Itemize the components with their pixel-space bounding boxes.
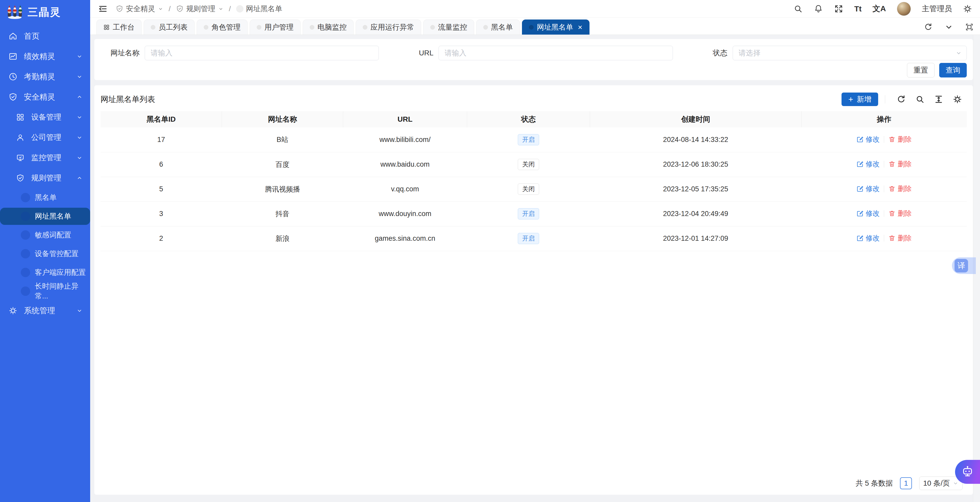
sidebar-item-system-management[interactable]: 系统管理 xyxy=(0,301,90,321)
status-select[interactable] xyxy=(733,46,967,60)
sidebar-item-idle-anomaly[interactable]: 长时间静止异常... xyxy=(0,282,90,301)
shield-icon xyxy=(116,5,123,13)
delete-label: 删除 xyxy=(898,135,912,144)
sidebar-item-monitor-management[interactable]: 监控管理 xyxy=(0,148,90,168)
site-name-input[interactable] xyxy=(145,46,379,60)
refresh-icon[interactable] xyxy=(924,22,933,32)
tab-label: 工作台 xyxy=(113,22,135,32)
placeholder-dot-icon xyxy=(236,5,243,13)
delete-link[interactable]: 删除 xyxy=(888,209,912,218)
sidebar-item-label: 设备管理 xyxy=(31,112,61,123)
translate-fab[interactable]: 译 xyxy=(952,257,976,274)
row-height-icon[interactable] xyxy=(934,95,943,104)
action-divider xyxy=(884,136,884,143)
table-row: 5 腾讯视频播 v.qq.com 关闭 2023-12-05 17:35:25 … xyxy=(100,177,967,201)
sidebar-item-security[interactable]: 安全精灵 xyxy=(0,87,90,107)
edit-link[interactable]: 修改 xyxy=(856,159,880,169)
tab-computer-monitor[interactable]: 电脑监控 xyxy=(303,19,353,35)
placeholder-dot-icon xyxy=(21,230,30,240)
maximize-icon[interactable] xyxy=(965,22,974,32)
breadcrumb-item-rules[interactable]: 规则管理 xyxy=(176,4,224,14)
refresh-icon[interactable] xyxy=(897,95,906,104)
tab-url-blacklist[interactable]: 网址黑名单 × xyxy=(522,19,590,35)
sidebar-item-sensitive-words[interactable]: 敏感词配置 xyxy=(0,226,90,244)
sidebar-item-label: 长时间静止异常... xyxy=(35,281,90,301)
settings-gear-icon[interactable] xyxy=(953,95,962,104)
sidebar-item-device-management[interactable]: 设备管理 xyxy=(0,107,90,127)
column-header: 状态 xyxy=(467,111,590,127)
cell-url: games.sina.com.cn xyxy=(343,226,467,251)
sidebar-item-label: 敏感词配置 xyxy=(35,230,71,240)
fullscreen-icon[interactable] xyxy=(834,4,843,14)
table-header-row: 黑名单ID 网址名称 URL 状态 创建时间 操作 xyxy=(100,111,967,127)
tab-role-management[interactable]: 角色管理 xyxy=(197,19,248,35)
settings-gear-icon[interactable] xyxy=(963,4,972,14)
sidebar-item-label: 监控管理 xyxy=(31,153,61,163)
page-size-select[interactable]: 10 条/页 xyxy=(919,477,963,490)
delete-link[interactable]: 删除 xyxy=(888,135,912,144)
shield-check-icon xyxy=(8,92,18,101)
delete-label: 删除 xyxy=(898,184,912,193)
sidebar-item-company-management[interactable]: 公司管理 xyxy=(0,127,90,148)
bell-icon[interactable] xyxy=(814,4,823,14)
translate-icon[interactable]: 文A xyxy=(872,3,886,14)
page-1-button[interactable]: 1 xyxy=(900,477,912,489)
sidebar-item-label: 黑名单 xyxy=(35,193,57,202)
sidebar-item-blacklist[interactable]: 黑名单 xyxy=(0,188,90,207)
page-size-value: 10 条/页 xyxy=(923,478,950,488)
search-button[interactable]: 查询 xyxy=(939,63,967,78)
tab-dot-icon xyxy=(529,25,534,30)
cell-created: 2023-12-05 17:35:25 xyxy=(590,177,801,201)
table-row: 6 百度 www.baidu.com 关闭 2023-12-06 18:30:2… xyxy=(100,152,967,177)
url-input[interactable] xyxy=(439,46,673,60)
status-badge: 关闭 xyxy=(518,183,539,195)
user-name[interactable]: 主管理员 xyxy=(922,4,952,14)
tab-dot-icon xyxy=(363,25,368,30)
chevron-down-icon[interactable] xyxy=(945,23,953,31)
total-count: 共 5 条数据 xyxy=(856,478,893,488)
sidebar-item-client-app-config[interactable]: 客户端应用配置 xyxy=(0,263,90,282)
sidebar-item-label: 规则管理 xyxy=(31,173,61,183)
cell-url: www.baidu.com xyxy=(343,152,467,177)
tab-employee-list[interactable]: 员工列表 xyxy=(144,19,195,35)
delete-link[interactable]: 删除 xyxy=(888,233,912,243)
edit-link[interactable]: 修改 xyxy=(856,184,880,193)
sidebar-item-performance[interactable]: 绩效精灵 xyxy=(0,46,90,67)
sidebar-item-label: 系统管理 xyxy=(24,306,55,316)
collapse-sidebar-icon[interactable] xyxy=(98,4,108,14)
reset-button[interactable]: 重置 xyxy=(907,63,934,78)
robot-icon xyxy=(961,465,974,478)
status-badge: 关闭 xyxy=(518,159,539,170)
delete-link[interactable]: 删除 xyxy=(888,159,912,169)
sidebar-item-attendance[interactable]: 考勤精灵 xyxy=(0,67,90,87)
tab-user-management[interactable]: 用户管理 xyxy=(250,19,301,35)
pagination: 共 5 条数据 1 10 条/页 xyxy=(94,477,973,495)
sidebar-item-url-blacklist[interactable]: 网址黑名单 xyxy=(0,208,90,225)
edit-link[interactable]: 修改 xyxy=(856,209,880,218)
gear-icon xyxy=(8,306,18,315)
search-icon[interactable] xyxy=(915,95,925,104)
edit-link[interactable]: 修改 xyxy=(856,233,880,243)
column-header: 创建时间 xyxy=(590,111,801,127)
sidebar-item-device-control-config[interactable]: 设备管控配置 xyxy=(0,244,90,263)
add-button-label: 新增 xyxy=(857,94,872,104)
sidebar-item-rule-management[interactable]: 规则管理 xyxy=(0,168,90,188)
delete-link[interactable]: 删除 xyxy=(888,184,912,193)
tab-workbench[interactable]: 工作台 xyxy=(96,19,142,35)
avatar[interactable] xyxy=(897,2,911,16)
edit-link[interactable]: 修改 xyxy=(856,135,880,144)
chatbot-fab[interactable] xyxy=(955,460,980,484)
sidebar-item-home[interactable]: 首页 xyxy=(0,26,90,46)
tab-traffic-monitor[interactable]: 流量监控 xyxy=(423,19,474,35)
add-button[interactable]: + 新增 xyxy=(842,92,878,106)
placeholder-dot-icon xyxy=(21,193,30,202)
search-icon[interactable] xyxy=(794,4,803,14)
main-content: 网址名称 URL 状态 重置 查询 xyxy=(90,35,973,502)
cell-url: www.bilibili.com/ xyxy=(343,127,467,152)
tab-blacklist[interactable]: 黑名单 xyxy=(476,19,520,35)
workbench-grid-icon xyxy=(103,24,110,30)
close-icon[interactable]: × xyxy=(578,23,582,31)
font-size-icon[interactable]: Tt xyxy=(854,5,862,13)
breadcrumb-item-security[interactable]: 安全精灵 xyxy=(116,4,164,14)
tab-app-runtime-anomaly[interactable]: 应用运行异常 xyxy=(356,19,421,35)
